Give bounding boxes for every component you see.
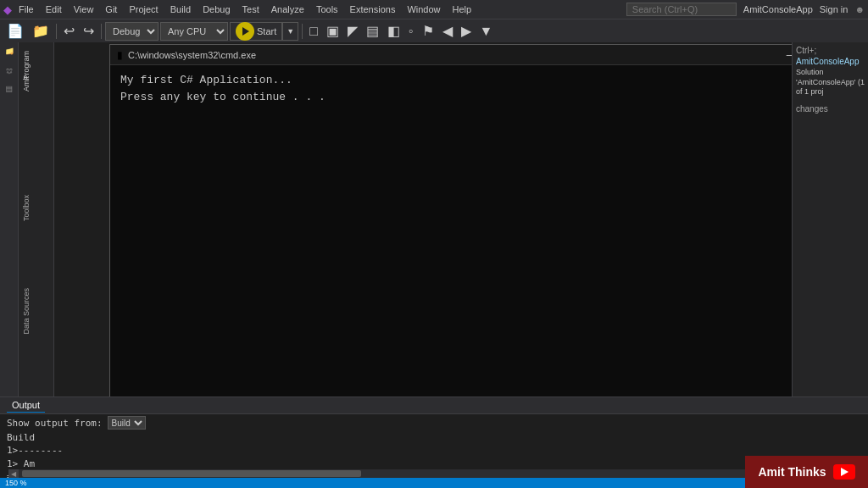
menu-extensions[interactable]: Extensions (345, 3, 401, 16)
output-source-select[interactable]: Build (108, 416, 146, 430)
h-scrollbar-thumb[interactable] (22, 470, 361, 477)
menu-bar: File Edit View Git Project Build Debug T… (14, 3, 476, 16)
menu-edit[interactable]: Edit (41, 3, 67, 16)
start-button-group: Start ▼ (230, 22, 298, 41)
bottom-area: Output Show output from: Build Build 1>-… (0, 396, 868, 488)
right-panel-solution: Solution 'AmitConsoleApp' (1 of 1 proj (796, 68, 865, 97)
menu-debug[interactable]: Debug (198, 3, 235, 16)
feedback-icon[interactable]: ☻ (854, 4, 865, 14)
side-panel: Program Amit Toolbox Data Sources (19, 42, 54, 396)
menu-git[interactable]: Git (100, 3, 122, 16)
debug-config-dropdown[interactable]: Debug (105, 22, 159, 41)
menu-window[interactable]: Window (402, 3, 445, 16)
menu-test[interactable]: Test (237, 3, 264, 16)
start-icon-circle (236, 22, 254, 41)
menu-project[interactable]: Project (124, 3, 163, 16)
menu-file[interactable]: File (14, 3, 39, 16)
scroll-left-btn[interactable]: ◀ (8, 469, 19, 478)
menu-analyze[interactable]: Analyze (266, 3, 309, 16)
toolbar-sep-2 (101, 24, 102, 39)
data-sources-icon[interactable]: ▤ (3, 84, 15, 96)
start-button[interactable]: Start (230, 22, 282, 41)
search-input[interactable] (626, 3, 737, 16)
title-bar: ◆ File Edit View Git Project Build Debug… (0, 0, 868, 19)
cmd-window: ▮ C:\windows\system32\cmd.exe ─ □ ✕ My f… (109, 44, 792, 396)
cmd-line-2: Press any key to continue . . . (120, 89, 792, 106)
output-line-1: Build (7, 431, 861, 444)
undo-btn[interactable]: ↩ (60, 21, 78, 41)
right-panel-appname: AmitConsoleApp (796, 57, 865, 66)
menu-build[interactable]: Build (165, 3, 196, 16)
output-line-3: 1> Am (7, 458, 861, 470)
toolbar-btn-8[interactable]: ▶ (458, 21, 475, 41)
menu-tools[interactable]: Tools (311, 3, 343, 16)
menu-view[interactable]: View (69, 3, 99, 16)
main-area: 📁 ⚖ ▤ Program Amit Toolbox Data Sources (0, 42, 868, 488)
status-row: 150 % (0, 478, 868, 488)
youtube-icon (833, 464, 855, 480)
youtube-play-icon (841, 468, 849, 476)
new-project-btn[interactable]: 📄 (3, 21, 27, 41)
menu-help[interactable]: Help (448, 3, 477, 16)
output-tab[interactable]: Output (7, 398, 45, 413)
toolbar-btn-7[interactable]: ◀ (439, 21, 456, 41)
editor-area: ▮ C:\windows\system32\cmd.exe ─ □ ✕ My f… (54, 42, 792, 396)
toolbar-btn-9[interactable]: ▼ (476, 22, 497, 41)
app-icon: ◆ (3, 3, 12, 16)
right-panel-shortcut: Ctrl+; (796, 46, 865, 55)
output-line-2: 1>-------- (7, 444, 861, 457)
title-bar-right: AmitConsoleApp Sign in ☻ (626, 3, 865, 16)
toolbar-btn-2[interactable]: ▣ (323, 21, 342, 41)
right-panel-changes: changes (796, 104, 865, 114)
amit-thinks-badge[interactable]: Amit Thinks (745, 456, 868, 488)
start-dropdown-btn[interactable]: ▼ (282, 22, 298, 41)
cmd-content: My first C# Application... Press any key… (110, 65, 792, 112)
sign-in-button[interactable]: Sign in (820, 4, 849, 14)
toolbar-btn-1[interactable]: □ (306, 22, 321, 41)
h-scrollbar-area[interactable] (19, 469, 858, 478)
bottom-tabs: Output (0, 397, 868, 414)
data-sources-label: Data Sources (22, 288, 31, 338)
toolbar: 📄 📁 ↩ ↪ Debug Any CPU Start ▼ □ ▣ ◤ ▤ ◧ … (0, 19, 868, 42)
open-btn[interactable]: 📁 (29, 21, 53, 41)
toolbar-btn-4[interactable]: ▤ (363, 21, 382, 41)
start-label: Start (257, 26, 276, 36)
content-row: 📁 ⚖ ▤ Program Amit Toolbox Data Sources (0, 42, 868, 396)
toolbox-icon[interactable]: ⚖ (3, 65, 15, 77)
toolbar-sep-1 (56, 24, 57, 39)
cmd-titlebar: ▮ C:\windows\system32\cmd.exe ─ □ ✕ (110, 45, 792, 65)
left-sidebar: 📁 ⚖ ▤ (0, 42, 19, 396)
amit-label: Amit (22, 76, 31, 95)
toolbox-label: Toolbox (22, 195, 31, 225)
cmd-line-1: My first C# Application... (120, 72, 792, 89)
bookmark-btn[interactable]: ⚑ (419, 21, 437, 41)
zoom-level: 150 % (5, 479, 27, 487)
toolbar-btn-5[interactable]: ◧ (384, 21, 403, 41)
amit-thinks-text: Amit Thinks (758, 465, 826, 479)
show-output-label: Show output from: (7, 418, 103, 429)
solution-explorer-icon[interactable]: 📁 (3, 46, 15, 58)
cmd-controls: ─ □ ✕ (784, 49, 792, 61)
redo-btn[interactable]: ↪ (80, 21, 97, 41)
cmd-title-text: C:\windows\system32\cmd.exe (128, 50, 784, 60)
output-controls: Show output from: Build (7, 416, 861, 430)
toolbar-btn-3[interactable]: ◤ (344, 21, 361, 41)
cmd-minimize-btn[interactable]: ─ (784, 49, 792, 61)
cpu-dropdown[interactable]: Any CPU (160, 22, 228, 41)
toolbar-sep-3 (302, 24, 303, 39)
start-arrow-icon (242, 27, 249, 36)
right-panel: Ctrl+; AmitConsoleApp Solution 'AmitCons… (792, 42, 868, 396)
app-name-title: AmitConsoleApp (743, 4, 813, 14)
toolbar-btn-6[interactable]: ◦ (405, 22, 417, 41)
